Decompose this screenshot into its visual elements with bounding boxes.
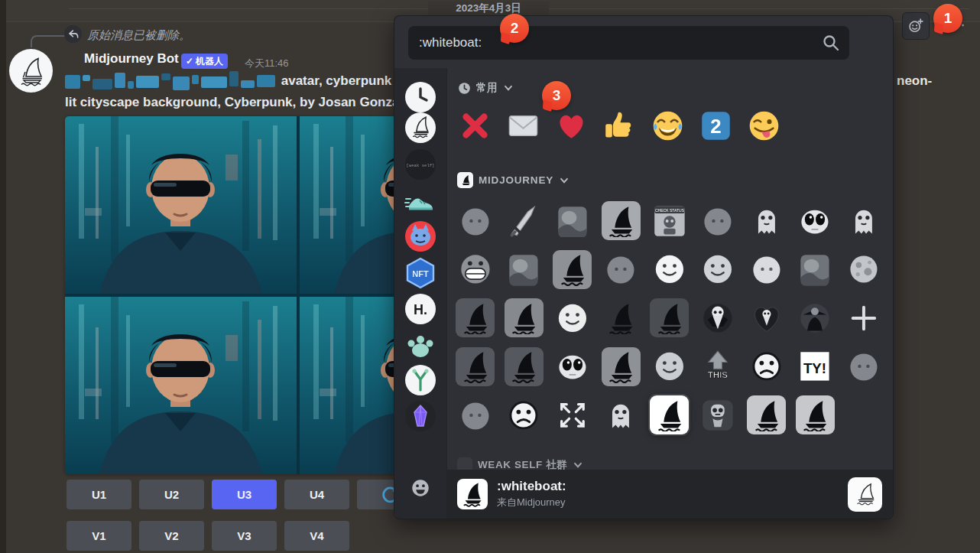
- section-frequently-used[interactable]: 常用: [458, 81, 514, 95]
- emoji-preview-bar: :whiteboat: 来自Midjourney: [446, 470, 893, 519]
- emoji-expand-arrows[interactable]: [553, 395, 592, 434]
- picker-category-emoji-category[interactable]: [409, 477, 432, 499]
- emoji-cross-mark[interactable]: [456, 106, 494, 145]
- emoji-grin-face[interactable]: [456, 250, 495, 289]
- emoji-boat-dim[interactable]: [602, 298, 641, 337]
- emoji-boat-light-tile-2[interactable]: [796, 395, 835, 434]
- variation-button-v1[interactable]: V1: [67, 521, 131, 551]
- emoji-face-portrait[interactable]: [505, 250, 544, 289]
- prompt-visible-text: avatar, cyberpunk: [281, 73, 392, 88]
- emoji-boat-dark-tile-2[interactable]: [650, 298, 689, 337]
- censored-prompt-blocks: [65, 73, 277, 88]
- clock-icon: [458, 82, 471, 95]
- emoji-white-blob-smile[interactable]: [553, 298, 592, 337]
- emoji-ty-sticker[interactable]: TY!: [796, 347, 835, 386]
- midjourney-section-icon: [457, 172, 473, 188]
- upscale-button-u2[interactable]: U2: [139, 480, 204, 509]
- emoji-wide-eyes[interactable]: [796, 201, 835, 240]
- emoji-white-creature[interactable]: [747, 250, 786, 289]
- upscale-button-u4[interactable]: U4: [284, 480, 349, 509]
- emoji-boat-dark-tile-3[interactable]: [456, 347, 495, 386]
- picker-category-sidebar: [weak self]NFTH.: [394, 68, 446, 519]
- emoji-add-emoji-plus[interactable]: [844, 298, 883, 337]
- emoji-gray-sailboat[interactable]: [602, 201, 641, 240]
- emoji-wink-tongue[interactable]: [745, 106, 783, 145]
- emoji-annoyed-face[interactable]: [747, 347, 786, 386]
- svg-text:NFT: NFT: [412, 269, 429, 278]
- emoji-keycap-2[interactable]: 2: [696, 106, 735, 145]
- picker-category-plant-server[interactable]: [404, 364, 436, 396]
- preview-emoji-source: 来自Midjourney: [497, 496, 566, 509]
- svg-text:TY!: TY!: [803, 360, 826, 376]
- picker-category-midjourney-server[interactable]: [404, 112, 436, 144]
- emoji-dog-photo[interactable]: [553, 201, 592, 240]
- picker-category-weak-self-server[interactable]: [weak self]: [404, 148, 436, 181]
- emoji-skull-squid[interactable]: [747, 201, 786, 240]
- annotation-1: 1: [933, 4, 962, 33]
- variation-button-v4[interactable]: V4: [284, 521, 349, 551]
- emoji-dagger[interactable]: [505, 201, 544, 240]
- midjourney-bot-avatar[interactable]: [9, 49, 53, 93]
- search-icon: [822, 34, 840, 52]
- emoji-ghost[interactable]: [844, 201, 883, 240]
- svg-text:CHECK STATUS: CHECK STATUS: [654, 207, 684, 212]
- reply-deleted-message[interactable]: 原始消息已被删除。: [87, 28, 190, 43]
- upscale-button-u1[interactable]: U1: [67, 480, 131, 509]
- emoji-thumbs-up[interactable]: [600, 106, 638, 145]
- emoji-sketch-smiley[interactable]: [650, 250, 689, 289]
- chevron-down-icon: [573, 460, 583, 470]
- picker-category-crystal-server[interactable]: [404, 400, 436, 432]
- emoji-whiteboat[interactable]: [650, 395, 689, 434]
- picker-category-h-server[interactable]: H.: [404, 293, 436, 325]
- emoji-smiling-rock[interactable]: [650, 347, 689, 386]
- variation-button-v2[interactable]: V2: [139, 521, 204, 551]
- add-reaction-icon: [907, 18, 924, 34]
- emoji-skull-heart[interactable]: [747, 298, 786, 337]
- emoji-sparkle-blob[interactable]: [456, 395, 495, 434]
- date-divider: 2023年4月3日: [428, 2, 549, 15]
- picker-category-paw-server[interactable]: [404, 330, 436, 363]
- emoji-search-input[interactable]: [408, 35, 822, 50]
- upscale-button-u3[interactable]: U3: [212, 480, 277, 509]
- emoji-robot-gray[interactable]: [699, 395, 738, 434]
- emoji-ghost-face[interactable]: [602, 395, 641, 434]
- emoji-fluffy-blob[interactable]: [844, 347, 883, 386]
- add-reaction-button[interactable]: [902, 12, 930, 40]
- annotation-3: 3: [542, 81, 571, 110]
- verified-bot-badge: ✓ 机器人: [181, 54, 228, 69]
- emoji-plague-doctor[interactable]: [699, 298, 738, 337]
- emoji-big-eyes-face[interactable]: [553, 347, 592, 386]
- emoji-smoke-cloud[interactable]: [602, 250, 641, 289]
- emoji-search-box: [408, 26, 849, 60]
- picker-category-shoe-server[interactable]: [404, 185, 436, 217]
- picker-category-frequently-used[interactable]: [404, 81, 436, 113]
- emoji-blob-monster[interactable]: [456, 201, 495, 240]
- emoji-boat-dark-tile-1[interactable]: [456, 298, 495, 337]
- emoji-joy-tears[interactable]: [648, 106, 686, 145]
- emoji-check-status-bot[interactable]: CHECK STATUS: [650, 201, 689, 240]
- picker-category-nft-server[interactable]: NFT: [404, 257, 436, 289]
- emoji-this-arrow[interactable]: THIS: [699, 347, 738, 386]
- emoji-moon-cookie[interactable]: [844, 250, 883, 289]
- emoji-boat-light-tile-1[interactable]: [747, 395, 786, 434]
- emoji-mask-face[interactable]: [699, 250, 738, 289]
- emoji-boat-gray-tile[interactable]: [553, 250, 592, 289]
- variation-button-v3[interactable]: V3: [212, 521, 277, 551]
- emoji-boat-dark-tile-4[interactable]: [505, 347, 544, 386]
- section-midjourney[interactable]: MIDJOURNEY: [457, 172, 570, 188]
- svg-text:H.: H.: [414, 302, 427, 317]
- picker-category-cat-server[interactable]: [404, 220, 436, 252]
- emoji-muscle-man[interactable]: [796, 250, 835, 289]
- emoji-red-heart[interactable]: [552, 106, 590, 145]
- emoji-sad-face[interactable]: [505, 395, 544, 434]
- chevron-down-icon: [559, 175, 570, 186]
- random-reaction-clap-emoji[interactable]: [858, 28, 887, 57]
- emoji-envelope[interactable]: [504, 106, 542, 145]
- emoji-boat-gray-tile-3[interactable]: [602, 347, 641, 386]
- emoji-smoke-blob[interactable]: [699, 201, 738, 240]
- message-author[interactable]: Midjourney Bot: [84, 51, 179, 67]
- svg-text:THIS: THIS: [708, 370, 729, 379]
- prompt-line-2: lit cityscape background, Cyberpunk, by …: [65, 92, 394, 113]
- emoji-dark-figure[interactable]: [796, 298, 835, 337]
- emoji-boat-gray-tile-2[interactable]: [505, 298, 544, 337]
